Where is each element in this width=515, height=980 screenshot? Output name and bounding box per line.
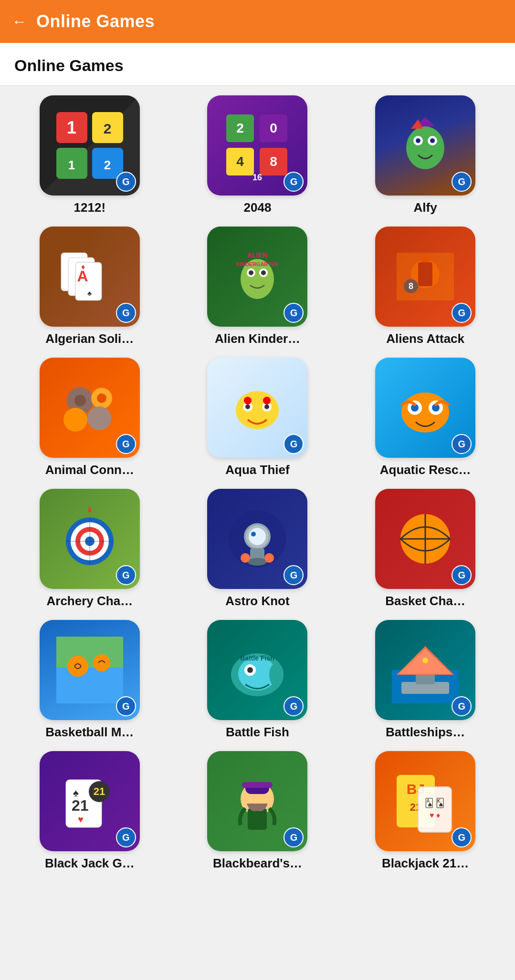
svg-point-73 [249,528,266,545]
gz-badge-archery-cha: G [116,565,136,585]
svg-point-45 [63,408,87,432]
svg-point-34 [261,270,266,275]
svg-text:♦: ♦ [81,263,85,271]
svg-rect-82 [56,665,123,703]
svg-point-33 [249,270,253,275]
gz-badge-algerian-soli: G [116,303,136,323]
game-label-blackjack-21: Blackjack 21… [382,856,469,871]
svg-text:♣: ♣ [87,289,92,297]
game-item-basket-cha[interactable]: G Basket Cha… [345,489,505,609]
game-item-blackjack-g[interactable]: ♠ 21 ♥ 21 G Black Jack G… [10,751,170,871]
game-item-aqua-thief[interactable]: G Aqua Thief [178,358,338,477]
games-grid: 1 2 1 2 G 1212! 2 0 4 8 16 G 2048 [0,86,515,890]
game-item-1212[interactable]: 1 2 1 2 G 1212! [10,95,170,215]
gz-badge-alfy: G [452,172,472,192]
app-header: ← Online Games [0,0,515,43]
svg-rect-83 [56,637,123,668]
svg-point-46 [87,406,111,430]
svg-point-54 [244,397,252,404]
game-icon-algerian-soli: A ♦ ♣ G [40,227,140,327]
svg-point-85 [93,654,110,671]
game-item-basketball-m[interactable]: G Basketball M… [10,620,170,740]
game-icon-blackjack-21: BJ 21 🂡 🂮 ♥ ♦ G [375,751,475,851]
svg-point-74 [251,532,256,536]
game-icon-aquatic-resc: G [375,358,475,458]
svg-rect-112 [418,787,452,832]
game-icon-battle-fish: Battle Fish G [207,620,307,720]
game-item-archery-cha[interactable]: G Archery Cha… [10,489,170,609]
svg-text:1: 1 [68,158,75,172]
game-item-battleships[interactable]: G Battleships… [345,620,505,740]
gz-badge-basketball-m: G [116,696,136,716]
gz-badge-blackjack-g: G [116,827,136,847]
game-item-alien-kinder[interactable]: ALIEN KINDERGARTEN G Alien Kinder… [178,227,338,346]
game-label-alfy: Alfy [414,200,437,215]
svg-point-78 [264,553,274,563]
svg-rect-107 [242,782,273,788]
game-item-aquatic-resc[interactable]: G Aquatic Resc… [345,358,505,477]
svg-text:♥ ♦: ♥ ♦ [430,811,440,819]
svg-point-20 [416,138,420,143]
svg-text:2: 2 [237,121,244,135]
game-icon-alfy: G [375,95,475,196]
gz-badge-battleships: G [452,696,472,716]
game-item-astro-knot[interactable]: G Astro Knot [178,489,338,609]
svg-point-98 [422,658,428,663]
game-label-aqua-thief: Aqua Thief [225,463,289,477]
svg-rect-108 [248,808,267,830]
game-item-algerian-soli[interactable]: A ♦ ♣ G Algerian Soli… [10,227,170,346]
svg-text:4: 4 [237,154,244,169]
game-icon-blackjack-g: ♠ 21 ♥ 21 G [40,751,140,851]
svg-point-55 [263,397,271,404]
game-item-blackbeard[interactable]: G Blackbeard's… [178,751,338,871]
svg-text:8: 8 [270,154,278,169]
svg-point-17 [406,126,444,169]
game-item-battle-fish[interactable]: Battle Fish G Battle Fish [178,620,338,740]
svg-text:2: 2 [103,121,111,136]
game-item-animal-conn[interactable]: G Animal Conn… [10,358,170,477]
svg-text:2: 2 [104,158,111,172]
svg-point-90 [269,663,284,687]
game-icon-astro-knot: G [207,489,307,589]
game-icon-aliens-attack: 8 G [375,227,475,327]
game-item-2048[interactable]: 2 0 4 8 16 G 2048 [178,95,338,215]
game-item-aliens-attack[interactable]: 8 G Aliens Attack [345,227,505,346]
svg-point-77 [241,553,250,563]
game-icon-battleships: G [375,620,475,720]
svg-point-21 [430,138,435,143]
game-label-alien-kinder: Alien Kinder… [215,331,300,346]
game-label-astro-knot: Astro Knot [225,594,289,609]
game-label-battle-fish: Battle Fish [226,725,289,740]
header-title: Online Games [36,11,155,31]
game-icon-animal-conn: G [40,358,140,458]
game-label-basket-cha: Basket Cha… [385,594,465,609]
game-label-aliens-attack: Aliens Attack [386,331,464,346]
svg-point-52 [245,404,250,409]
svg-text:1: 1 [67,118,76,137]
game-label-aquatic-resc: Aquatic Resc… [380,463,471,477]
gz-badge-animal-conn: G [116,434,136,454]
game-icon-basketball-m: G [40,620,140,720]
game-icon-2048: 2 0 4 8 16 G [207,95,307,196]
game-label-animal-conn: Animal Conn… [45,463,134,477]
game-icon-aqua-thief: G [207,358,307,458]
game-icon-blackbeard: G [207,751,307,851]
svg-point-53 [264,404,269,409]
svg-text:ALIEN: ALIEN [247,251,267,259]
game-label-archery-cha: Archery Cha… [47,594,133,609]
gz-badge-blackjack-21: G [452,827,472,847]
svg-point-89 [247,667,253,673]
svg-point-47 [74,395,86,406]
game-icon-1212: 1 2 1 2 G [40,95,140,196]
game-item-alfy[interactable]: G Alfy [345,95,505,215]
svg-rect-39 [418,262,432,286]
gz-badge-basket-cha: G [452,565,472,585]
gz-badge-1212: G [116,172,136,192]
svg-text:21: 21 [94,785,105,797]
svg-marker-69 [88,505,92,512]
svg-text:8: 8 [409,281,413,291]
back-button[interactable]: ← [11,14,27,29]
game-label-1212: 1212! [74,200,106,215]
game-item-blackjack-21[interactable]: BJ 21 🂡 🂮 ♥ ♦ G Blackjack 21… [345,751,505,871]
svg-point-48 [97,393,106,403]
